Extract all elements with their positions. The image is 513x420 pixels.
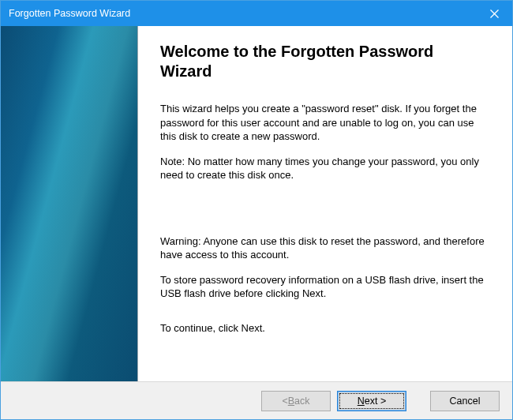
spacer	[160, 193, 485, 234]
back-suffix: ack	[294, 396, 309, 407]
back-accel: B	[288, 396, 294, 407]
titlebar: Forgotten Password Wizard	[1, 1, 512, 26]
spacer	[160, 312, 485, 321]
next-accel: N	[358, 396, 365, 407]
next-button[interactable]: Next >	[337, 391, 406, 411]
close-icon	[490, 9, 499, 18]
window-title: Forgotten Password Wizard	[9, 8, 476, 19]
warning-text: Warning: Anyone can use this disk to res…	[160, 234, 485, 262]
wizard-footer: < Back Next > Cancel	[1, 381, 512, 420]
page-heading: Welcome to the Forgotten Password Wizard	[160, 42, 485, 81]
close-button[interactable]	[476, 1, 512, 26]
wizard-side-graphic	[1, 26, 138, 381]
intro-text: This wizard helps you create a "password…	[160, 102, 485, 144]
back-button: < Back	[261, 391, 331, 411]
continue-text: To continue, click Next.	[160, 321, 485, 336]
back-prefix: <	[282, 396, 287, 407]
next-suffix: ext >	[365, 396, 386, 407]
cancel-button[interactable]: Cancel	[430, 391, 500, 411]
wizard-body: Welcome to the Forgotten Password Wizard…	[1, 26, 512, 381]
note-text: Note: No matter how many times you chang…	[160, 155, 485, 182]
wizard-content: Welcome to the Forgotten Password Wizard…	[138, 26, 512, 381]
usb-text: To store password recovery information o…	[160, 273, 485, 301]
